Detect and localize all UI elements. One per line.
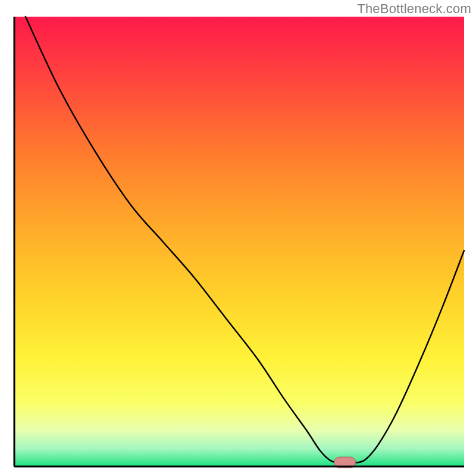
plot-background <box>14 17 464 466</box>
chart-container: TheBottleneck.com <box>0 0 476 476</box>
watermark-text: TheBottleneck.com <box>357 1 471 17</box>
bottleneck-chart <box>0 0 476 476</box>
